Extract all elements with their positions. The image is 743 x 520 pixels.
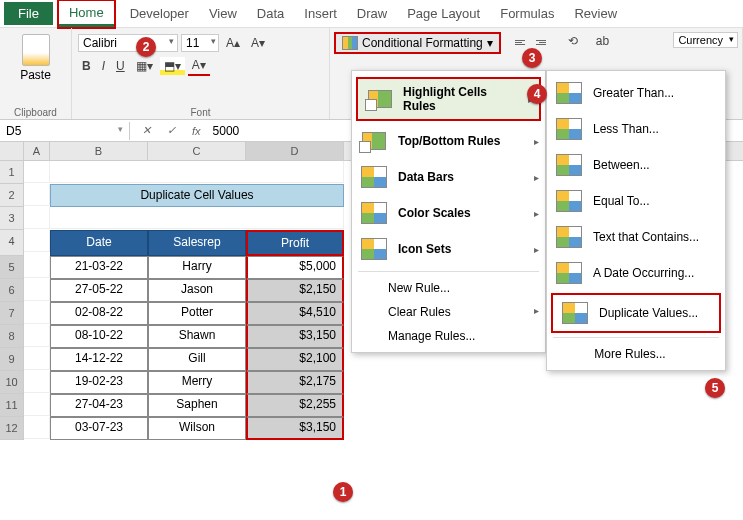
menu-text-contains[interactable]: Text that Contains... (547, 219, 725, 255)
cell-date[interactable]: 19-02-23 (50, 371, 148, 394)
row-header[interactable]: 10 (0, 371, 24, 394)
font-name-select[interactable]: Calibri (78, 34, 178, 52)
menu-between[interactable]: Between... (547, 147, 725, 183)
cell-profit[interactable]: $3,150 (246, 325, 344, 348)
row-header[interactable]: 2 (0, 184, 24, 207)
highlight-cells-submenu: Greater Than... Less Than... Between... … (546, 70, 726, 371)
col-header-a[interactable]: A (24, 142, 50, 160)
fx-button[interactable]: fx (188, 125, 205, 137)
cancel-formula-button[interactable]: ✕ (138, 124, 155, 137)
clipboard-icon (22, 34, 50, 66)
col-header-b[interactable]: B (50, 142, 148, 160)
wrap-text-button[interactable]: ab (592, 32, 613, 50)
cell-profit[interactable]: $5,000 (246, 256, 344, 279)
cell-date[interactable]: 08-10-22 (50, 325, 148, 348)
tab-pagelayout[interactable]: Page Layout (397, 2, 490, 25)
cell-salesrep[interactable]: Potter (148, 302, 246, 325)
formula-value[interactable]: 5000 (213, 124, 240, 138)
font-color-button[interactable]: A▾ (188, 56, 210, 76)
row-header[interactable]: 3 (0, 207, 24, 230)
cell-salesrep[interactable]: Merry (148, 371, 246, 394)
row-header[interactable]: 9 (0, 348, 24, 371)
tab-formulas[interactable]: Formulas (490, 2, 564, 25)
row-header[interactable]: 1 (0, 161, 24, 184)
menu-highlight-cells[interactable]: Highlight Cells Rules▸ (356, 77, 541, 121)
cell-salesrep[interactable]: Wilson (148, 417, 246, 440)
row-header[interactable]: 7 (0, 302, 24, 325)
menu-date-occurring[interactable]: A Date Occurring... (547, 255, 725, 291)
highlight-cells-icon (368, 90, 392, 108)
conditional-formatting-icon (342, 36, 358, 50)
cell-salesrep[interactable]: Gill (148, 348, 246, 371)
row-header[interactable]: 5 (0, 256, 24, 279)
cell-profit[interactable]: $3,150 (246, 417, 344, 440)
row-header[interactable]: 4 (0, 230, 24, 256)
cell-salesrep[interactable]: Saphen (148, 394, 246, 417)
cell-date[interactable]: 21-03-22 (50, 256, 148, 279)
menu-top-bottom[interactable]: Top/Bottom Rules▸ (352, 123, 545, 159)
cell-salesrep[interactable]: Jason (148, 279, 246, 302)
cell-salesrep[interactable]: Harry (148, 256, 246, 279)
cell-date[interactable]: 14-12-22 (50, 348, 148, 371)
conditional-formatting-button[interactable]: Conditional Formatting ▾ (334, 32, 501, 54)
iconsets-icon (361, 238, 387, 260)
tab-insert[interactable]: Insert (294, 2, 347, 25)
cell-date[interactable]: 03-07-23 (50, 417, 148, 440)
cell-date[interactable]: 27-04-23 (50, 394, 148, 417)
row-header[interactable]: 8 (0, 325, 24, 348)
tab-developer[interactable]: Developer (120, 2, 199, 25)
cell-salesrep[interactable]: Shawn (148, 325, 246, 348)
fill-color-button[interactable]: ⬒▾ (160, 57, 185, 75)
row-header[interactable]: 12 (0, 417, 24, 440)
callout-badge-4: 4 (527, 84, 547, 104)
cell-date[interactable]: 27-05-22 (50, 279, 148, 302)
cell-profit[interactable]: $2,100 (246, 348, 344, 371)
tab-data[interactable]: Data (247, 2, 294, 25)
cell-profit[interactable]: $2,150 (246, 279, 344, 302)
cell-profit[interactable]: $4,510 (246, 302, 344, 325)
col-salesrep-header: Salesrep (148, 230, 246, 256)
callout-badge-1: 1 (333, 482, 353, 502)
cell-profit[interactable]: $2,255 (246, 394, 344, 417)
date-icon (556, 262, 582, 284)
menu-manage-rules[interactable]: Manage Rules... (352, 324, 545, 348)
enter-formula-button[interactable]: ✓ (163, 124, 180, 137)
row-header[interactable]: 11 (0, 394, 24, 417)
row-header[interactable]: 6 (0, 279, 24, 302)
menu-data-bars[interactable]: Data Bars▸ (352, 159, 545, 195)
menu-duplicate-values[interactable]: Duplicate Values... (551, 293, 721, 333)
orientation-button[interactable]: ⟲ (564, 32, 582, 50)
tab-review[interactable]: Review (564, 2, 627, 25)
menu-more-rules[interactable]: More Rules... (547, 342, 725, 366)
decrease-font-button[interactable]: A▾ (247, 34, 269, 52)
cf-label: Conditional Formatting (362, 36, 483, 50)
bold-button[interactable]: B (78, 57, 95, 75)
cell-profit[interactable]: $2,175 (246, 371, 344, 394)
border-button[interactable]: ▦▾ (132, 57, 157, 75)
paste-button[interactable]: Paste (6, 32, 65, 84)
tab-draw[interactable]: Draw (347, 2, 397, 25)
col-profit-header: Profit (246, 230, 344, 256)
menu-icon-sets[interactable]: Icon Sets▸ (352, 231, 545, 267)
name-box[interactable]: D5 (0, 122, 130, 140)
cell-date[interactable]: 02-08-22 (50, 302, 148, 325)
underline-button[interactable]: U (112, 57, 129, 75)
col-header-d[interactable]: D (246, 142, 344, 160)
paste-label: Paste (20, 68, 51, 82)
menu-color-scales[interactable]: Color Scales▸ (352, 195, 545, 231)
italic-button[interactable]: I (98, 57, 109, 75)
increase-font-button[interactable]: A▴ (222, 34, 244, 52)
align-center-button[interactable] (534, 34, 552, 50)
select-all-corner[interactable] (0, 142, 24, 160)
number-format-select[interactable]: Currency (673, 32, 738, 48)
tab-file[interactable]: File (4, 2, 53, 25)
menu-greater-than[interactable]: Greater Than... (547, 75, 725, 111)
menu-clear-rules[interactable]: Clear Rules▸ (352, 300, 545, 324)
menu-less-than[interactable]: Less Than... (547, 111, 725, 147)
tab-view[interactable]: View (199, 2, 247, 25)
tab-home[interactable]: Home (59, 1, 114, 27)
font-size-select[interactable]: 11 (181, 34, 219, 52)
menu-equal-to[interactable]: Equal To... (547, 183, 725, 219)
menu-new-rule[interactable]: New Rule... (352, 276, 545, 300)
col-header-c[interactable]: C (148, 142, 246, 160)
